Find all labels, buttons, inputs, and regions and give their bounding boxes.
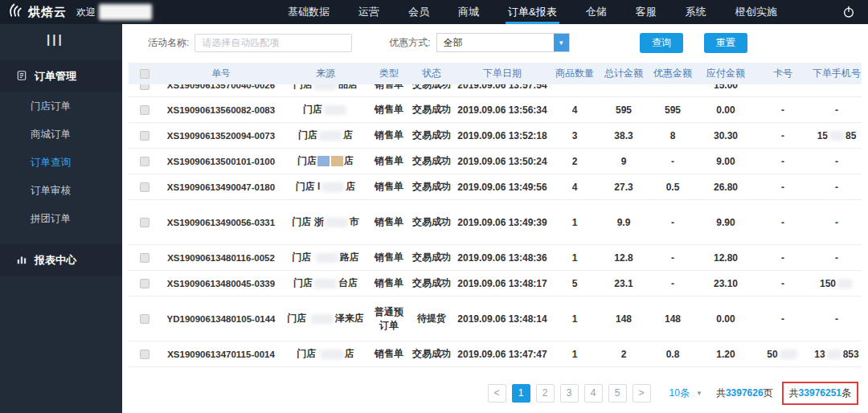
collapse-menu-icon[interactable]: ||| bbox=[0, 24, 122, 49]
product-quantity: 4 bbox=[550, 181, 600, 194]
redacted-blur bbox=[324, 105, 346, 115]
col-header-phone-number[interactable]: 下单手机号 bbox=[812, 66, 862, 81]
order-status: 交易成功 bbox=[408, 102, 455, 117]
nav-item-customer-service[interactable]: 客服 bbox=[633, 0, 659, 24]
nav-item-base-data[interactable]: 基础数据 bbox=[285, 0, 332, 24]
order-status: 交易成功 bbox=[408, 346, 455, 362]
nav-item-mall[interactable]: 商城 bbox=[456, 0, 481, 24]
sidebar-item-group-orders[interactable]: 拼团订单 bbox=[0, 205, 122, 233]
nav-item-member[interactable]: 会员 bbox=[406, 0, 432, 24]
search-button[interactable]: 查询 bbox=[640, 33, 683, 53]
order-number: XS19090613480045-0339 bbox=[161, 278, 281, 289]
order-type: 普通预订单 bbox=[370, 305, 408, 333]
table-row: XS19090613490056-0331门店 浙市销售单交易成功2019.09… bbox=[129, 200, 862, 245]
redacted-blur bbox=[311, 314, 334, 324]
total-amount: 2 bbox=[600, 348, 648, 361]
card-number-cell: 50 bbox=[754, 348, 812, 361]
orders-table: 单号 来源 类型 状态 下单日期 商品数量 总计金额 优惠金额 应付金额 卡号 … bbox=[129, 63, 862, 367]
product-quantity: 5 bbox=[550, 277, 600, 290]
total-amount: 23.1 bbox=[600, 277, 648, 290]
product-quantity bbox=[550, 84, 600, 86]
order-status: 交易成功 bbox=[408, 250, 455, 265]
table-row: XS19090613480045-0339门店台店销售单交易成功2019.09.… bbox=[129, 271, 862, 296]
product-quantity: 1 bbox=[550, 313, 600, 325]
col-header-status[interactable]: 状态 bbox=[408, 66, 455, 81]
row-checkbox[interactable] bbox=[140, 157, 149, 166]
table-row: XS19090613500101-0100门店店销售单交易成功2019.09.0… bbox=[129, 149, 862, 174]
row-checkbox[interactable] bbox=[140, 182, 149, 192]
row-checkbox[interactable] bbox=[140, 253, 149, 263]
order-status: 交易成功 bbox=[408, 84, 455, 92]
nav-item-implementation[interactable]: 橙创实施 bbox=[733, 0, 780, 24]
discount-amount: - bbox=[648, 251, 698, 264]
nav-item-system[interactable]: 系统 bbox=[683, 0, 709, 24]
activity-name-input[interactable] bbox=[194, 34, 352, 52]
phone-number-cell: - bbox=[812, 313, 862, 325]
redacted-blur bbox=[827, 350, 841, 359]
reset-button[interactable]: 重置 bbox=[704, 33, 747, 53]
col-header-discount-amount[interactable]: 优惠金额 bbox=[648, 66, 698, 81]
col-header-quantity[interactable]: 商品数量 bbox=[550, 66, 600, 81]
order-number: XS19090613480116-0052 bbox=[161, 252, 281, 264]
header-checkbox[interactable] bbox=[140, 69, 149, 79]
chevron-down-icon: ▼ bbox=[696, 390, 702, 397]
phone-number-cell: - bbox=[812, 104, 862, 117]
discount-amount: 0.5 bbox=[648, 181, 698, 194]
redacted-blur bbox=[321, 350, 343, 359]
table-row: XS19090613520094-0073门店店销售单交易成功2019.09.0… bbox=[129, 123, 862, 149]
sidebar-item-order-query[interactable]: 订单查询 bbox=[0, 149, 122, 177]
discount-type-select[interactable]: 全部 ▼ bbox=[436, 33, 570, 52]
sidebar-section-order-management[interactable]: 订单管理 bbox=[0, 60, 122, 92]
page-button-1[interactable]: 1 bbox=[512, 384, 530, 403]
sidebar-item-store-orders[interactable]: 门店订单 bbox=[0, 92, 122, 121]
sidebar-section-report-center[interactable]: 报表中心 bbox=[0, 244, 122, 276]
filter-bar: 活动名称: 优惠方式: 全部 ▼ 查询 重置 bbox=[122, 24, 868, 61]
prev-page-button[interactable]: < bbox=[488, 384, 506, 403]
power-icon[interactable] bbox=[842, 6, 855, 18]
row-checkbox[interactable] bbox=[140, 350, 149, 359]
page-button-2[interactable]: 2 bbox=[536, 384, 555, 403]
redacted-blur bbox=[829, 131, 844, 141]
page-size-select[interactable]: 10条 ▼ bbox=[669, 386, 702, 400]
main-content: 活动名称: 优惠方式: 全部 ▼ 查询 重置 单号 来源 类型 状态 下单日期 … bbox=[122, 24, 868, 413]
next-page-button[interactable]: > bbox=[633, 384, 651, 403]
row-checkbox[interactable] bbox=[140, 105, 149, 115]
total-amount: 9 bbox=[600, 155, 648, 168]
redacted-patch bbox=[317, 156, 330, 166]
nav-item-operation[interactable]: 运营 bbox=[356, 0, 382, 24]
page-button-5[interactable]: 5 bbox=[608, 384, 627, 403]
card-number-cell: - bbox=[754, 181, 812, 194]
card-number-cell: - bbox=[754, 313, 812, 325]
col-header-order-number[interactable]: 单号 bbox=[161, 67, 281, 80]
card-number-cell: - bbox=[754, 155, 812, 168]
nav-item-warehouse[interactable]: 仓储 bbox=[583, 0, 609, 24]
col-header-card-number[interactable]: 卡号 bbox=[754, 66, 812, 81]
order-date: 2019.09.06 13:57:54 bbox=[455, 84, 550, 92]
source-cell: 门店 bbox=[281, 102, 370, 117]
table-header: 单号 来源 类型 状态 下单日期 商品数量 总计金额 优惠金额 应付金额 卡号 … bbox=[129, 63, 862, 84]
row-checkbox[interactable] bbox=[140, 218, 149, 227]
col-header-source[interactable]: 来源 bbox=[281, 66, 370, 81]
col-header-type[interactable]: 类型 bbox=[370, 66, 408, 81]
row-checkbox[interactable] bbox=[140, 84, 149, 90]
payable-amount: 9.00 bbox=[698, 155, 754, 168]
page-button-3[interactable]: 3 bbox=[560, 384, 579, 403]
payable-amount: 23.10 bbox=[698, 277, 754, 290]
payable-amount: 26.80 bbox=[698, 181, 754, 194]
app-title: 烘焙云 bbox=[28, 5, 67, 20]
page-button-4[interactable]: 4 bbox=[584, 384, 603, 403]
row-checkbox[interactable] bbox=[140, 279, 149, 288]
row-checkbox[interactable] bbox=[140, 131, 149, 141]
total-items-text-highlighted: 共33976251条 bbox=[782, 382, 858, 405]
filter-buttons: 查询 重置 bbox=[640, 33, 747, 53]
row-checkbox[interactable] bbox=[140, 314, 149, 324]
sidebar-item-mall-orders[interactable]: 商城订单 bbox=[0, 121, 122, 149]
col-header-payable-amount[interactable]: 应付金额 bbox=[698, 66, 754, 81]
col-header-order-date[interactable]: 下单日期 bbox=[455, 66, 550, 81]
sidebar-item-order-audit[interactable]: 订单审核 bbox=[0, 177, 122, 205]
card-number-cell bbox=[754, 84, 812, 86]
source-cell: 门店店 bbox=[281, 153, 370, 169]
total-amount: 595 bbox=[600, 104, 648, 117]
nav-item-orders-reports[interactable]: 订单&报表 bbox=[506, 0, 559, 24]
col-header-total-amount[interactable]: 总计金额 bbox=[600, 66, 648, 81]
